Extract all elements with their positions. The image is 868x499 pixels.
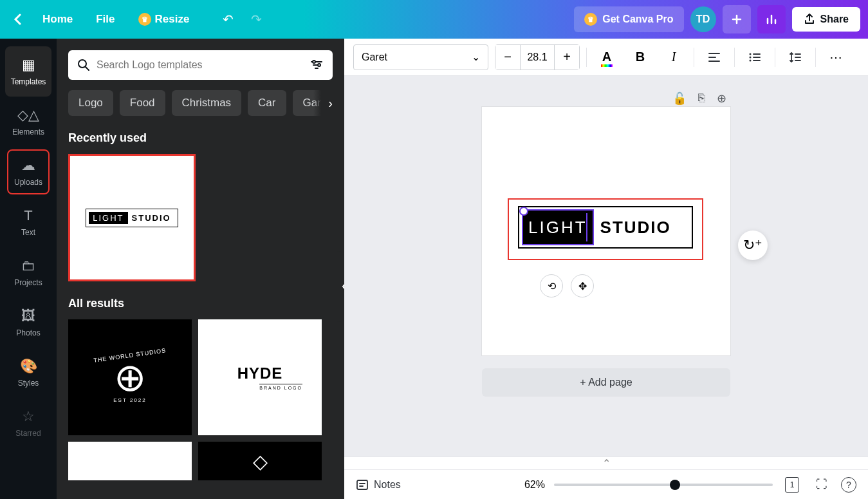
template-thumb-4[interactable]: ◇ bbox=[198, 442, 322, 480]
starred-icon: ☆ bbox=[22, 408, 35, 425]
search-box[interactable] bbox=[68, 50, 333, 80]
rail-photos[interactable]: 🖼 Photos bbox=[5, 297, 51, 348]
svg-point-4 bbox=[750, 56, 752, 58]
duplicate-page-icon[interactable]: ⎘ bbox=[698, 91, 705, 106]
separator bbox=[586, 48, 587, 67]
panel-collapse-tab[interactable] bbox=[337, 251, 344, 322]
text-light[interactable]: LIGHT bbox=[522, 209, 594, 245]
template-hyde[interactable]: HYDE BRAND LOGO bbox=[198, 319, 322, 435]
styles-icon: 🎨 bbox=[20, 358, 37, 375]
undo-button[interactable]: ↶ bbox=[216, 8, 239, 31]
more-button[interactable]: ⋯ bbox=[822, 44, 849, 71]
avatar[interactable]: TD bbox=[690, 6, 716, 32]
search-row bbox=[68, 50, 333, 80]
chevron-down-icon: ⌄ bbox=[472, 51, 480, 63]
back-button[interactable] bbox=[8, 9, 28, 30]
chip-car[interactable]: Car bbox=[248, 90, 286, 116]
side-rail: ▦ Templates ◇△ Elements ☁ Uploads T Text… bbox=[0, 39, 57, 499]
add-page-icon[interactable]: ⊕ bbox=[717, 91, 726, 106]
crown-icon: ♛ bbox=[584, 13, 597, 26]
rail-projects[interactable]: 🗀 Projects bbox=[5, 247, 51, 297]
top-left-group: Home File ♛ Resize ↶ ↷ bbox=[8, 8, 268, 31]
resize-button[interactable]: ♛ Resize bbox=[129, 8, 199, 31]
svg-rect-6 bbox=[357, 480, 367, 489]
canvas-scroll[interactable]: 🔓 ⎘ ⊕ LIGHT STUDIO ⟲ ✥ ↻⁺ + bbox=[344, 76, 868, 457]
add-page-button[interactable]: + Add page bbox=[482, 368, 730, 397]
assist-button[interactable]: ↻⁺ bbox=[738, 231, 768, 260]
file-menu[interactable]: File bbox=[87, 8, 124, 31]
home-link[interactable]: Home bbox=[33, 8, 82, 31]
rail-templates[interactable]: ▦ Templates bbox=[5, 46, 51, 97]
projects-icon: 🗀 bbox=[21, 258, 35, 274]
uploads-icon: ☁ bbox=[21, 157, 35, 174]
collapse-bar[interactable]: ⌃ bbox=[344, 457, 868, 469]
recent-template-thumb[interactable]: LIGHT STUDIO bbox=[68, 154, 196, 281]
rail-label: Photos bbox=[16, 328, 40, 337]
zoom-thumb[interactable] bbox=[670, 480, 680, 490]
align-button[interactable] bbox=[701, 44, 728, 71]
bold-button[interactable]: B bbox=[627, 44, 654, 71]
text-cursor bbox=[586, 213, 587, 241]
separator bbox=[775, 48, 775, 67]
rail-uploads[interactable]: ☁ Uploads bbox=[7, 149, 50, 194]
pro-label: Get Canva Pro bbox=[602, 14, 673, 25]
font-name: Garet bbox=[362, 52, 387, 63]
templates-icon: ▦ bbox=[22, 57, 35, 73]
rail-label: Text bbox=[21, 228, 35, 237]
filter-icon[interactable] bbox=[309, 58, 324, 72]
spacing-button[interactable] bbox=[782, 44, 809, 71]
canvas-area: Garet ⌄ − + A B I bbox=[344, 39, 868, 499]
notes-button[interactable]: Notes bbox=[356, 479, 401, 491]
separator bbox=[734, 48, 735, 67]
rail-label: Styles bbox=[18, 379, 39, 388]
zoom-slider[interactable] bbox=[554, 484, 773, 486]
chips-scroll-right[interactable]: › bbox=[313, 90, 333, 116]
page-indicator[interactable]: 1 bbox=[782, 475, 802, 495]
floating-actions: ⟲ ✥ bbox=[540, 274, 594, 297]
size-decrease[interactable]: − bbox=[495, 45, 520, 70]
design-page[interactable]: LIGHT STUDIO ⟲ ✥ bbox=[482, 107, 730, 355]
get-pro-button[interactable]: ♛ Get Canva Pro bbox=[574, 6, 683, 32]
chip-logo[interactable]: Logo bbox=[68, 90, 113, 116]
rail-starred[interactable]: ☆ Starred bbox=[5, 398, 51, 448]
chip-christmas[interactable]: Christmas bbox=[172, 90, 242, 116]
mini-logo-studio: STUDIO bbox=[128, 212, 175, 224]
crown-icon: ♛ bbox=[138, 13, 151, 26]
page-tools: 🔓 ⎘ ⊕ bbox=[672, 91, 726, 106]
search-input[interactable] bbox=[97, 59, 303, 71]
add-member-button[interactable] bbox=[723, 5, 751, 33]
chip-food[interactable]: Food bbox=[120, 90, 165, 116]
italic-button[interactable]: I bbox=[660, 44, 687, 71]
text-studio[interactable]: STUDIO bbox=[600, 218, 671, 238]
chip-row: Logo Food Christmas Car Gaming › bbox=[68, 90, 333, 116]
help-button[interactable]: ? bbox=[841, 477, 856, 493]
rail-styles[interactable]: 🎨 Styles bbox=[5, 348, 51, 398]
hyde-title: HYDE bbox=[237, 364, 283, 382]
rail-label: Uploads bbox=[14, 178, 42, 187]
font-size-control: − + bbox=[495, 44, 580, 70]
rail-elements[interactable]: ◇△ Elements bbox=[5, 97, 51, 147]
mini-logo: LIGHT STUDIO bbox=[86, 209, 178, 227]
font-select[interactable]: Garet ⌄ bbox=[353, 44, 488, 70]
bottom-bar: Notes 62% 1 ⛶ ? bbox=[344, 469, 868, 499]
logo-element[interactable]: LIGHT STUDIO bbox=[518, 206, 693, 249]
rail-text[interactable]: T Text bbox=[5, 197, 51, 247]
template-world-studios[interactable]: THE WORLD STUDIOS ⊕ EST 2022 bbox=[68, 319, 192, 435]
lock-icon[interactable]: 🔓 bbox=[672, 91, 687, 106]
move-button[interactable]: ✥ bbox=[571, 274, 594, 297]
sync-button[interactable]: ⟲ bbox=[540, 274, 563, 297]
text-color-button[interactable]: A bbox=[593, 44, 620, 71]
list-button[interactable] bbox=[741, 44, 768, 71]
template-thumb-3[interactable] bbox=[68, 442, 192, 480]
size-input[interactable] bbox=[520, 45, 555, 70]
text-icon: T bbox=[24, 207, 32, 224]
text-toolbar: Garet ⌄ − + A B I bbox=[344, 39, 868, 76]
undo-redo-group: ↶ ↷ bbox=[216, 8, 268, 31]
share-button[interactable]: Share bbox=[792, 7, 860, 32]
insights-button[interactable] bbox=[757, 5, 786, 33]
text-light-value: LIGHT bbox=[528, 218, 587, 238]
redo-button[interactable]: ↷ bbox=[245, 8, 268, 31]
fullscreen-button[interactable]: ⛶ bbox=[811, 475, 832, 495]
results-row-1: THE WORLD STUDIOS ⊕ EST 2022 HYDE BRAND … bbox=[68, 319, 333, 435]
size-increase[interactable]: + bbox=[555, 45, 579, 70]
